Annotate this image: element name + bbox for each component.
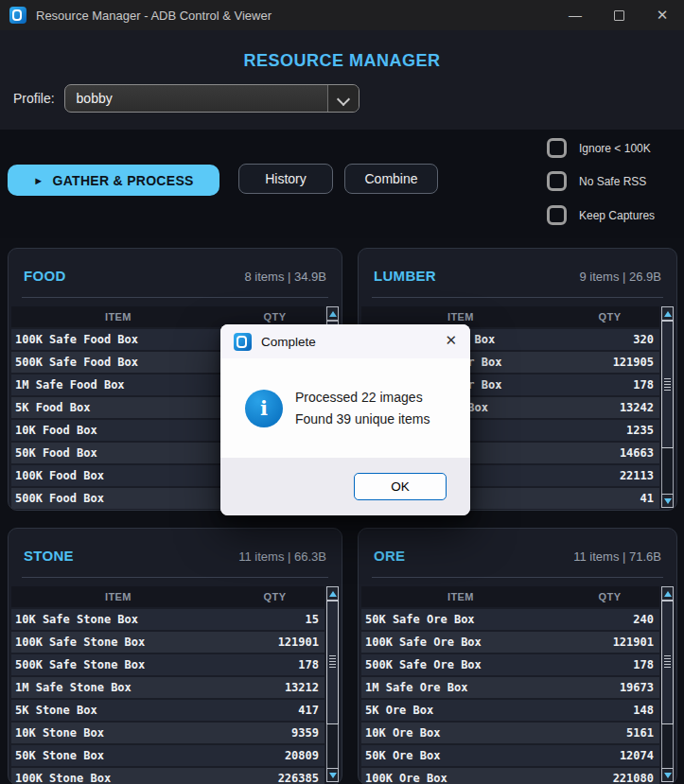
- maximize-box: [614, 10, 624, 21]
- item-qty: 14663: [556, 446, 656, 460]
- scrollbar-track[interactable]: [661, 321, 674, 494]
- history-button[interactable]: History: [238, 164, 333, 194]
- table-row[interactable]: 1M Safe Ore Box19673: [361, 677, 659, 698]
- item-qty: 417: [221, 704, 321, 717]
- ok-button[interactable]: OK: [354, 473, 447, 500]
- item-name: 100K Stone Box: [15, 772, 221, 784]
- panel-food-header: FOOD 8 items | 34.9B: [9, 249, 342, 297]
- scrollbar-grip-icon: [664, 378, 671, 392]
- panel-lumber-summary: 9 items | 26.9B: [580, 270, 661, 284]
- scroll-down-button[interactable]: [661, 768, 674, 782]
- combine-button[interactable]: Combine: [344, 164, 438, 194]
- keep-captures-checkbox[interactable]: [547, 205, 567, 225]
- app-icon: [9, 7, 26, 24]
- item-qty: 12074: [556, 749, 656, 762]
- table-row[interactable]: 100K Ore Box221080: [361, 768, 659, 784]
- checkbox-row-ignore-100k: Ignore < 100K: [547, 138, 651, 158]
- item-name: 1M Safe Ore Box: [365, 681, 556, 694]
- item-name: 50K Food Box: [15, 446, 221, 460]
- column-header-item: ITEM: [361, 311, 560, 322]
- close-icon[interactable]: ✕: [445, 332, 457, 349]
- scroll-up-button[interactable]: [661, 586, 674, 601]
- dialog-footer: OK: [220, 458, 470, 515]
- scrollbar[interactable]: [326, 586, 339, 782]
- column-header-item: ITEM: [11, 591, 225, 602]
- header-region: [0, 30, 684, 130]
- scrollbar-thumb[interactable]: [661, 321, 674, 448]
- triangle-up-icon: [664, 591, 672, 597]
- item-qty: 19673: [556, 681, 656, 694]
- panel-ore-header: ORE 11 items | 71.6B: [359, 529, 676, 577]
- divider: [22, 577, 328, 578]
- item-qty: 121905: [556, 356, 656, 369]
- table-row[interactable]: 10K Stone Box9359: [11, 723, 324, 743]
- divider: [372, 577, 663, 578]
- table-row[interactable]: 50K Stone Box20809: [11, 745, 324, 766]
- scrollbar[interactable]: [661, 586, 674, 782]
- dialog-title: Complete: [261, 335, 316, 349]
- no-safe-rss-checkbox[interactable]: [547, 171, 567, 191]
- profile-select[interactable]: bobby: [64, 84, 360, 113]
- item-qty: 178: [556, 658, 656, 671]
- item-name: 5K Ore Box: [365, 704, 556, 717]
- table-row[interactable]: 500K Safe Ore Box178: [361, 654, 659, 675]
- play-icon: ►: [33, 175, 44, 186]
- scroll-down-button[interactable]: [661, 494, 674, 508]
- profile-label: Profile:: [13, 91, 55, 106]
- item-name: 50K Stone Box: [15, 749, 221, 762]
- triangle-up-icon: [329, 311, 337, 317]
- table-row[interactable]: 50K Safe Ore Box240: [361, 609, 659, 630]
- window-title: Resource Manager - ADB Control & Viewer: [36, 9, 272, 23]
- scrollbar-thumb[interactable]: [661, 601, 674, 724]
- item-name: 100K Safe Food Box: [15, 333, 221, 346]
- table-row[interactable]: 10K Safe Stone Box15: [11, 609, 324, 630]
- item-name: 100K Food Box: [15, 469, 221, 482]
- close-icon[interactable]: ✕: [640, 0, 684, 30]
- checkbox-row-keep-captures: Keep Captures: [547, 205, 655, 225]
- item-name: 10K Safe Stone Box: [15, 613, 221, 626]
- no-safe-rss-label: No Safe RSS: [579, 175, 646, 188]
- dialog-message: Processed 22 images Found 39 unique item…: [295, 387, 430, 430]
- item-name: 500K Food Box: [15, 492, 221, 505]
- scrollbar-track[interactable]: [661, 601, 674, 768]
- info-icon: i: [245, 390, 283, 427]
- scroll-up-button[interactable]: [326, 306, 339, 321]
- table-row[interactable]: 1M Safe Stone Box13212: [11, 677, 324, 698]
- profile-value: bobby: [65, 91, 327, 106]
- complete-dialog: Complete ✕ i Processed 22 images Found 3…: [220, 324, 470, 515]
- item-name: 1M Safe Stone Box: [15, 681, 221, 694]
- item-name: 100K Safe Ore Box: [365, 636, 556, 649]
- gather-process-button[interactable]: ► GATHER & PROCESS: [8, 165, 219, 196]
- table-row[interactable]: 5K Stone Box417: [11, 700, 324, 721]
- item-name: 50K Ore Box: [365, 749, 556, 762]
- triangle-up-icon: [664, 311, 672, 317]
- item-name: 10K Food Box: [15, 424, 221, 437]
- item-qty: 5161: [556, 726, 656, 740]
- item-qty: 1235: [556, 424, 656, 437]
- item-qty: 9359: [221, 726, 321, 740]
- table-row[interactable]: 500K Safe Stone Box178: [11, 654, 324, 675]
- scroll-up-button[interactable]: [326, 586, 339, 601]
- scrollbar-thumb[interactable]: [326, 601, 339, 724]
- panel-lumber-header: LUMBER 9 items | 26.9B: [359, 249, 676, 297]
- scroll-up-button[interactable]: [661, 306, 674, 321]
- minimize-icon[interactable]: —: [553, 0, 597, 30]
- table-row[interactable]: 100K Safe Stone Box121901: [11, 632, 324, 653]
- table-row[interactable]: 50K Ore Box12074: [361, 745, 659, 766]
- table-row[interactable]: 100K Safe Ore Box121901: [361, 632, 659, 653]
- maximize-icon[interactable]: [597, 0, 640, 30]
- scrollbar[interactable]: [661, 306, 674, 508]
- scroll-down-button[interactable]: [326, 768, 339, 782]
- item-qty: 121901: [221, 636, 321, 649]
- scrollbar-grip-icon: [664, 655, 671, 669]
- page-title: RESOURCE MANAGER: [0, 51, 684, 71]
- chevron-down-icon[interactable]: [327, 85, 359, 112]
- dialog-titlebar: Complete ✕: [220, 324, 470, 358]
- table-row[interactable]: 5K Ore Box148: [361, 700, 659, 721]
- item-qty: 240: [556, 613, 656, 626]
- ignore-100k-checkbox[interactable]: [547, 138, 567, 158]
- table-row[interactable]: 10K Ore Box5161: [361, 723, 659, 743]
- table-row[interactable]: 100K Stone Box226385: [11, 768, 324, 784]
- dialog-message-line1: Processed 22 images: [295, 387, 430, 409]
- scrollbar-track[interactable]: [326, 601, 339, 768]
